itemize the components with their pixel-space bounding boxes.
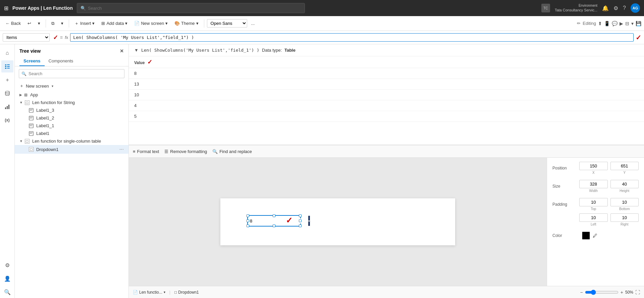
size-section: Size Width Height: [552, 180, 639, 193]
color-pipette-icon[interactable]: 🖉: [593, 233, 597, 238]
position-y-group: Y: [610, 162, 639, 175]
font-select[interactable]: Open Sans: [207, 19, 247, 28]
tree-item-len-single[interactable]: ▼ □ Len function for single-column table: [15, 137, 128, 145]
theme-button[interactable]: 🎨 Theme ▾: [172, 19, 201, 27]
search-box[interactable]: 🔍: [77, 3, 305, 13]
svg-rect-1: [7, 64, 10, 65]
layout-icon[interactable]: ⊟: [625, 21, 629, 26]
resize-handle-tr[interactable]: [299, 214, 302, 217]
fit-button[interactable]: ⛶: [635, 290, 640, 295]
pad-top-input[interactable]: [579, 198, 608, 206]
format-text-button[interactable]: ≡ Format text: [133, 149, 159, 154]
resize-handle-bl[interactable]: [247, 225, 249, 227]
variables-icon[interactable]: (x): [1, 114, 13, 126]
tree-arrow-app[interactable]: ▶: [19, 93, 22, 97]
pad-left-group: Left: [579, 213, 608, 226]
analytics-icon[interactable]: [1, 101, 13, 113]
comment-icon[interactable]: 💬: [612, 21, 618, 26]
position-x-input[interactable]: [579, 162, 608, 170]
settings-icon[interactable]: ⚙: [613, 5, 618, 11]
formula-input[interactable]: [70, 33, 634, 42]
tree-item-len-string[interactable]: ▼ □ Len function for String: [15, 99, 128, 106]
dropdown-chip[interactable]: □ Dropdown1: [174, 290, 199, 295]
pad-bottom-input[interactable]: [610, 198, 639, 206]
main-layout: ⌂ ＋ (x) ⚙ 👤 🔍 Tree view ✕ Screens Compon…: [0, 44, 644, 298]
add-data-button[interactable]: ⊞ Add data ▾: [99, 19, 130, 27]
dropdown-arrow-icon[interactable]: ▾: [308, 216, 310, 226]
tree-arrow-len-string[interactable]: ▼: [19, 101, 23, 104]
more-options-button[interactable]: ...: [249, 19, 258, 27]
share-icon[interactable]: ⬆: [598, 21, 602, 26]
sidebar-search-input[interactable]: [19, 69, 124, 78]
tree-item-label1-3[interactable]: Label1_3: [15, 106, 128, 114]
screen-chip-dropdown-icon[interactable]: ▾: [164, 290, 165, 294]
sidebar-close-icon[interactable]: ✕: [120, 48, 124, 54]
formula-checkmark-icon: ✓: [53, 34, 58, 41]
resize-handle-br[interactable]: [299, 225, 302, 227]
screen-chip[interactable]: 📄 Len functio... ▾: [133, 290, 165, 295]
svg-rect-0: [5, 64, 6, 65]
resize-handle-tl[interactable]: [247, 214, 249, 217]
pad-left-input[interactable]: [579, 213, 608, 222]
insert-dropdown-icon: ▾: [92, 21, 95, 26]
data-row-3: 4: [129, 100, 644, 111]
tab-screens[interactable]: Screens: [19, 56, 45, 66]
zoom-slider[interactable]: [585, 290, 619, 295]
collapse-arrow[interactable]: ▼: [134, 48, 139, 53]
position-y-input[interactable]: [610, 162, 639, 170]
settings-icon-bar[interactable]: ⚙: [1, 259, 13, 271]
zoom-minus-button[interactable]: −: [580, 290, 583, 295]
help-icon[interactable]: ?: [623, 5, 626, 11]
find-replace-button[interactable]: 🔍 Find and replace: [212, 149, 252, 154]
copy-dropdown-button[interactable]: ▾: [58, 19, 66, 27]
data-icon[interactable]: [1, 87, 13, 99]
new-screen-chevron-icon[interactable]: ▾: [52, 84, 53, 88]
home-icon[interactable]: ⌂: [1, 47, 13, 59]
new-screen-button[interactable]: 📄 New screen ▾: [131, 19, 170, 27]
svg-rect-9: [8, 105, 9, 109]
canvas-checkmark-icon: ✓: [286, 216, 292, 225]
undo-button[interactable]: ↩: [25, 19, 34, 27]
undo-dropdown-button[interactable]: ▾: [35, 19, 43, 27]
resize-handle-tc[interactable]: [273, 214, 275, 217]
tree-item-app[interactable]: ▶ ⊞ App: [15, 91, 128, 99]
copy-button[interactable]: ⧉: [49, 19, 57, 28]
size-width-input[interactable]: [579, 180, 608, 188]
user-icon[interactable]: 👤: [1, 272, 13, 285]
phone-icon[interactable]: 📱: [604, 21, 610, 26]
tree-view-icon[interactable]: [1, 60, 13, 72]
resize-handle-ml[interactable]: [247, 219, 249, 222]
search-input[interactable]: [88, 6, 301, 11]
item-more-icon[interactable]: ···: [119, 146, 124, 152]
insert-icon[interactable]: ＋: [1, 74, 13, 86]
insert-button[interactable]: ＋ Insert ▾: [72, 19, 98, 28]
toolbar-right: ✏ Editing ⬆ 📱 💬 ▶ ⊟ ▾ 💾: [577, 21, 641, 26]
tree-arrow-len-single[interactable]: ▼: [19, 139, 23, 143]
tree-item-label1-2[interactable]: Label1_2: [15, 114, 128, 122]
search-icon-bar[interactable]: 🔍: [1, 286, 13, 298]
svg-rect-8: [7, 106, 8, 109]
tree-item-dropdown1[interactable]: □ Dropdown1 ···: [15, 145, 128, 154]
color-swatch[interactable]: [582, 232, 590, 240]
tree-item-label1-1[interactable]: Label1_1: [15, 122, 128, 130]
size-height-input[interactable]: [610, 180, 639, 188]
play-icon[interactable]: ▶: [620, 21, 623, 26]
svg-rect-4: [5, 68, 6, 69]
tab-components[interactable]: Components: [45, 56, 77, 66]
back-button[interactable]: ← Back: [3, 19, 23, 27]
formula-confirm-checkmark[interactable]: ✓: [636, 34, 641, 42]
remove-formatting-button[interactable]: ☰ Remove formatting: [164, 149, 207, 154]
property-dropdown[interactable]: Items: [3, 33, 50, 42]
resize-handle-bc[interactable]: [273, 225, 275, 227]
avatar[interactable]: AG: [631, 3, 640, 13]
pad-right-input[interactable]: [610, 213, 639, 222]
new-screen-sidebar-button[interactable]: ＋ New screen ▾: [15, 81, 128, 91]
notification-icon[interactable]: 🔔: [602, 5, 609, 11]
save-icon[interactable]: 💾: [636, 21, 641, 26]
resize-handle-mr[interactable]: [299, 219, 302, 222]
tree-item-label1[interactable]: Label1: [15, 130, 128, 137]
layout-dropdown-icon[interactable]: ▾: [631, 21, 634, 26]
app-icon: ⊞: [24, 93, 28, 97]
zoom-plus-button[interactable]: +: [621, 290, 623, 295]
grid-icon[interactable]: ⊞: [4, 5, 8, 11]
